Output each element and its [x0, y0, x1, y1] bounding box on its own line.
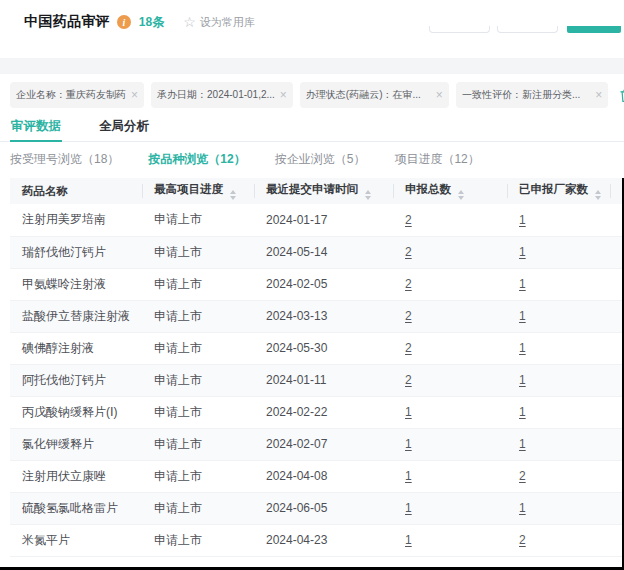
table-row: 瑞舒伐他汀钙片申请上市2024-05-1421 — [10, 236, 624, 268]
table-row: 注射用美罗培南申请上市2024-01-1721 — [10, 204, 624, 236]
latest-date-cell: 2024-06-05 — [254, 492, 393, 524]
manufacturer-count-cell: 1 — [507, 428, 610, 460]
manufacturer-count-link[interactable]: 2 — [519, 533, 526, 547]
progress-cell: 申请上市 — [142, 428, 254, 460]
section-divider-band — [0, 58, 624, 74]
sort-icon[interactable] — [595, 190, 601, 200]
page-header: 中国药品审评 i 18条 ☆ 设为常用库 — [0, 0, 624, 58]
total-count-cell: 2 — [393, 268, 507, 300]
manufacturer-count-link[interactable]: 1 — [519, 341, 526, 355]
manufacturer-count-link[interactable]: 1 — [519, 245, 526, 259]
latest-date-cell: 2024-04-23 — [254, 524, 393, 556]
total-count-link[interactable]: 2 — [405, 309, 412, 323]
latest-date-cell: 2024-03-13 — [254, 300, 393, 332]
manufacturer-count-cell: 1 — [507, 204, 610, 236]
subtab-by-acceptance-number[interactable]: 按受理号浏览（18） — [10, 152, 119, 167]
sort-icon[interactable] — [230, 190, 236, 200]
progress-cell: 申请上市 — [142, 524, 254, 556]
latest-date-cell: 2024-02-22 — [254, 396, 393, 428]
clear-filters-button[interactable] — [619, 88, 624, 103]
toolbar-primary-button[interactable] — [567, 26, 621, 33]
drug-review-table: 药品名称最高项目进度最近提交申请时间申报总数已申报厂家数 注射用美罗培南申请上市… — [10, 178, 624, 557]
filter-chip-label: 承办日期：2024-01-01,2... — [157, 88, 275, 102]
total-count-link[interactable]: 1 — [405, 437, 412, 451]
drug-name-cell: 氯化钾缓释片 — [10, 428, 142, 460]
filter-chips-row: 企业名称：重庆药友制药 × 承办日期：2024-01-01,2... × 办理状… — [0, 74, 624, 114]
total-count-link[interactable]: 2 — [405, 373, 412, 387]
total-count-link[interactable]: 1 — [405, 469, 412, 483]
drug-name-cell: 盐酸伊立替康注射液 — [10, 300, 142, 332]
manufacturer-count-link[interactable]: 1 — [519, 213, 526, 227]
manufacturer-count-link[interactable]: 1 — [519, 277, 526, 291]
manufacturer-count-cell: 1 — [507, 332, 610, 364]
filter-chip-label: 企业名称：重庆药友制药 — [16, 88, 126, 102]
subtab-by-variety[interactable]: 按品种浏览（12） — [148, 152, 245, 167]
table-header-row: 药品名称最高项目进度最近提交申请时间申报总数已申报厂家数 — [10, 178, 624, 204]
column-header-2[interactable]: 最高项目进度 — [142, 178, 254, 204]
total-count-link[interactable]: 1 — [405, 405, 412, 419]
total-count-link[interactable]: 2 — [405, 213, 412, 227]
total-count-cell: 2 — [393, 300, 507, 332]
manufacturer-count-link[interactable]: 1 — [519, 373, 526, 387]
latest-date-cell: 2024-01-11 — [254, 364, 393, 396]
total-count-cell: 2 — [393, 364, 507, 396]
column-header-1: 药品名称 — [10, 178, 142, 204]
drug-name-cell: 碘佛醇注射液 — [10, 332, 142, 364]
manufacturer-count-link[interactable]: 2 — [519, 469, 526, 483]
total-count-link[interactable]: 2 — [405, 245, 412, 259]
drug-name-cell: 米氮平片 — [10, 524, 142, 556]
sub-tabs: 按受理号浏览（18） 按品种浏览（12） 按企业浏览（5） 项目进度（12） — [0, 142, 624, 178]
manufacturer-count-cell: 2 — [507, 460, 610, 492]
manufacturer-count-cell: 1 — [507, 396, 610, 428]
column-header-label: 已申报厂家数 — [519, 183, 588, 195]
progress-cell: 申请上市 — [142, 236, 254, 268]
subtab-by-company[interactable]: 按企业浏览（5） — [275, 152, 366, 167]
latest-date-cell: 2024-05-14 — [254, 236, 393, 268]
close-icon[interactable]: × — [595, 89, 602, 101]
manufacturer-count-link[interactable]: 1 — [519, 437, 526, 451]
total-count-cell: 2 — [393, 204, 507, 236]
total-count-link[interactable]: 2 — [405, 341, 412, 355]
progress-cell: 申请上市 — [142, 460, 254, 492]
column-header-label: 药品名称 — [22, 185, 68, 197]
total-count-link[interactable]: 1 — [405, 501, 412, 515]
manufacturer-count-link[interactable]: 1 — [519, 501, 526, 515]
filter-chip-label: 办理状态(药融云)：在审... — [306, 88, 421, 102]
table-row: 米氮平片申请上市2024-04-2312 — [10, 524, 624, 556]
close-icon[interactable]: × — [131, 89, 138, 101]
subtab-project-progress[interactable]: 项目进度（12） — [394, 152, 479, 167]
manufacturer-count-cell: 1 — [507, 268, 610, 300]
drug-name-cell: 阿托伐他汀钙片 — [10, 364, 142, 396]
column-header-3[interactable]: 最近提交申请时间 — [254, 178, 393, 204]
close-icon[interactable]: × — [436, 89, 443, 101]
sort-icon[interactable] — [458, 190, 464, 200]
close-icon[interactable]: × — [280, 89, 287, 101]
tab-global-analysis[interactable]: 全局分析 — [98, 114, 150, 141]
table-row: 盐酸伊立替康注射液申请上市2024-03-1321 — [10, 300, 624, 332]
latest-date-cell: 2024-04-08 — [254, 460, 393, 492]
table-row: 碘佛醇注射液申请上市2024-05-3021 — [10, 332, 624, 364]
column-header-label: 最高项目进度 — [154, 183, 223, 195]
table-row: 阿托伐他汀钙片申请上市2024-01-1121 — [10, 364, 624, 396]
progress-cell: 申请上市 — [142, 492, 254, 524]
manufacturer-count-cell: 1 — [507, 300, 610, 332]
manufacturer-count-link[interactable]: 1 — [519, 309, 526, 323]
tab-review-data[interactable]: 审评数据 — [10, 114, 62, 141]
manufacturer-count-link[interactable]: 1 — [519, 405, 526, 419]
trash-icon — [619, 88, 624, 103]
manufacturer-count-cell: 1 — [507, 236, 610, 268]
total-count-cell: 1 — [393, 396, 507, 428]
sort-icon[interactable] — [365, 190, 371, 200]
toolbar-cutoff — [0, 26, 624, 34]
total-count-link[interactable]: 1 — [405, 533, 412, 547]
drug-name-cell: 注射用美罗培南 — [10, 204, 142, 236]
column-header-5[interactable]: 已申报厂家数 — [507, 178, 610, 204]
manufacturer-count-cell: 1 — [507, 364, 610, 396]
toolbar-button-2[interactable] — [497, 26, 558, 33]
progress-cell: 申请上市 — [142, 364, 254, 396]
manufacturer-count-cell: 2 — [507, 524, 610, 556]
progress-cell: 申请上市 — [142, 396, 254, 428]
total-count-link[interactable]: 2 — [405, 277, 412, 291]
column-header-4[interactable]: 申报总数 — [393, 178, 507, 204]
toolbar-button-1[interactable] — [429, 26, 490, 33]
